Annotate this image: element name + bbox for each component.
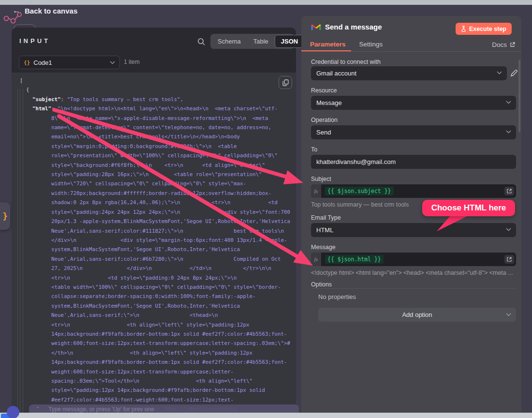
input-panel-title: INPUT <box>19 37 50 45</box>
open-expression-editor-button[interactable] <box>504 255 514 264</box>
chevron-down-icon <box>506 130 511 134</box>
operation-field: Send <box>311 125 516 139</box>
operation-select[interactable]: Send <box>311 125 516 139</box>
credential-field: Gmail account <box>311 66 507 80</box>
message-group: Message <box>311 244 516 251</box>
to-input[interactable]: khatterdivanshu@gmail.com <box>311 155 516 169</box>
chat-input-bar[interactable]: ⌃ Type message, or press 'Up' for prev o… <box>29 404 299 413</box>
brace-icon: } <box>2 211 7 221</box>
braces-icon: {} <box>24 60 30 66</box>
tab-settings[interactable]: Settings <box>359 41 383 48</box>
fx-icon: fx <box>311 184 321 198</box>
to-value: khatterdivanshu@gmail.com <box>316 158 396 165</box>
email-type-value: HTML <box>316 226 333 234</box>
item-count: 1 item <box>124 59 140 65</box>
open-expression-editor-button[interactable] <box>504 187 514 195</box>
credential-value: Gmail account <box>316 70 356 77</box>
email-type-field: HTML <box>311 223 516 237</box>
message-label: Message <box>311 244 516 251</box>
node-title: Send a message <box>325 23 382 31</box>
expand-icon <box>507 257 512 262</box>
message-field: fx {{ $json.html }} <!doctype html> <htm… <box>311 253 516 276</box>
chat-history-caret-icon[interactable]: ⌃ <box>36 406 40 411</box>
chat-input-placeholder: Type message, or press 'Up' for prev one <box>48 406 154 413</box>
avatar[interactable] <box>7 406 19 418</box>
input-view-tabs: Schema Table JSON <box>210 34 294 49</box>
back-arrow-icon: ← <box>13 6 20 15</box>
choose-html-callout: Choose HTML here <box>422 200 515 216</box>
resource-label: Resource <box>311 87 516 94</box>
tab-parameters[interactable]: Parameters <box>310 41 346 48</box>
input-panel-collapse-tab[interactable]: } <box>0 202 10 230</box>
message-expression: {{ $json.html }} <box>325 255 384 264</box>
chevron-down-icon <box>506 228 511 231</box>
tab-table[interactable]: Table <box>247 35 275 48</box>
message-expression-field[interactable]: fx {{ $json.html }} <box>311 253 516 266</box>
gmail-icon <box>311 23 321 31</box>
subject-expression: {{ $json.subject }} <box>325 187 394 195</box>
expand-icon <box>507 189 512 194</box>
subject-label: Subject <box>311 176 516 182</box>
message-result-preview: <!doctype html> <html lang="en"> <head> … <box>311 269 516 276</box>
options-divider <box>311 288 516 289</box>
to-label: To <box>311 146 516 153</box>
execute-step-label: Execute step <box>469 26 506 32</box>
execute-step-button[interactable]: Execute step <box>456 23 512 35</box>
operation-value: Send <box>316 129 331 136</box>
resource-select[interactable]: Message <box>311 96 516 110</box>
options-group: Options <box>311 281 516 288</box>
canvas-edge-top <box>0 0 532 5</box>
copy-button[interactable] <box>279 76 292 89</box>
back-to-canvas-label: Back to canvas <box>25 7 77 15</box>
docs-label: Docs <box>492 41 507 48</box>
add-option-button[interactable]: Add option <box>318 308 516 322</box>
chevron-down-icon <box>506 313 511 316</box>
subject-expression-field[interactable]: fx {{ $json.subject }} <box>311 184 516 198</box>
external-link-icon <box>510 42 515 47</box>
chevron-down-icon <box>497 71 502 75</box>
callout-text: Choose HTML here <box>431 203 506 213</box>
options-label: Options <box>311 281 516 288</box>
credential-group: Credential to connect with <box>311 59 516 65</box>
json-code: [ { "subject": "Top tools summary — best… <box>20 76 294 413</box>
node-header: Send a message <box>311 23 382 31</box>
json-code-area[interactable]: [ { "subject": "Top tools summary — best… <box>12 73 296 413</box>
input-source-label: Code1 <box>33 59 110 66</box>
operation-group: Operation <box>311 117 516 123</box>
tabs-divider <box>301 51 521 52</box>
search-icon[interactable] <box>196 37 206 46</box>
chevron-down-icon <box>506 101 511 104</box>
indent-guide <box>17 89 18 413</box>
input-source-select[interactable]: {} Code1 <box>19 56 120 69</box>
to-group: To <box>311 146 516 153</box>
tab-schema[interactable]: Schema <box>211 35 247 48</box>
node-tabs: Parameters Settings <box>310 41 383 48</box>
canvas-edge-bottom <box>0 413 532 418</box>
add-option-label: Add option <box>402 311 432 318</box>
flask-icon <box>461 26 466 32</box>
input-panel: INPUT Schema Table JSON {} Code1 1 item … <box>12 28 296 413</box>
resource-group: Resource <box>311 87 516 94</box>
chevron-down-icon <box>110 61 115 64</box>
screenshot-root: ← Back to canvas INPUT Schema Table JSON… <box>0 0 532 418</box>
options-empty-text: No properties <box>318 293 356 300</box>
email-type-select[interactable]: HTML <box>311 223 516 237</box>
docs-link[interactable]: Docs <box>492 41 515 48</box>
credential-label: Credential to connect with <box>311 59 516 65</box>
fx-icon: fx <box>311 253 321 266</box>
resource-field: Message <box>311 96 516 110</box>
tab-json[interactable]: JSON <box>275 35 304 48</box>
back-to-canvas-button[interactable]: ← Back to canvas <box>13 6 77 15</box>
copy-icon <box>282 79 289 86</box>
subject-group: Subject <box>311 176 516 182</box>
to-field: khatterdivanshu@gmail.com <box>311 155 516 169</box>
operation-label: Operation <box>311 117 516 123</box>
panel-scrollbar[interactable] <box>518 60 520 132</box>
active-tab-underline <box>301 50 351 51</box>
credential-select[interactable]: Gmail account <box>311 66 507 80</box>
edit-pencil-icon[interactable] <box>510 69 518 77</box>
resource-value: Message <box>316 99 342 106</box>
